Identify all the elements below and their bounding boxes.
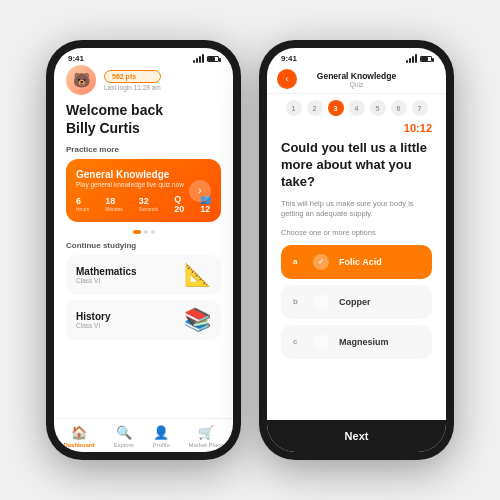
option-a-letter: a xyxy=(293,257,303,266)
option-b-circle xyxy=(313,294,329,310)
nav-profile[interactable]: 👤 Profile xyxy=(153,425,170,448)
phone-2: 9:41 ‹ General Knowledge Quiz xyxy=(259,40,454,460)
timer: 10:12 xyxy=(281,122,432,134)
bottom-nav: 🏠 Dashboard 🔍 Explore 👤 Profile 🛒 Market… xyxy=(54,418,233,452)
status-icons-2 xyxy=(406,54,432,63)
signal-icon-2 xyxy=(406,54,417,63)
option-c[interactable]: c Magnesium xyxy=(281,325,432,359)
option-a[interactable]: a ✓ Folic Acid xyxy=(281,245,432,279)
time-1: 9:41 xyxy=(68,54,84,63)
step-2[interactable]: 2 xyxy=(307,100,323,116)
question-desc: This will help us make sure your body is… xyxy=(281,199,432,220)
practice-label: Practice more xyxy=(66,145,221,154)
option-c-circle xyxy=(313,334,329,350)
battery-icon xyxy=(207,56,219,62)
carousel-dots xyxy=(66,230,221,234)
card-title: General Knowledge xyxy=(76,169,211,180)
history-icon: 📚 xyxy=(184,307,211,333)
orange-card[interactable]: General Knowledge Play general knowledge… xyxy=(66,159,221,222)
step-4[interactable]: 4 xyxy=(349,100,365,116)
subject-card-math[interactable]: Mathematics Class VI 📐 xyxy=(66,255,221,295)
question-text: Could you tell us a little more about wh… xyxy=(281,140,432,191)
back-button[interactable]: ‹ xyxy=(277,69,297,89)
subject-card-history[interactable]: History Class VI 📚 xyxy=(66,300,221,340)
pts-badge: 562 pts xyxy=(104,70,161,83)
continue-label: Continue studying xyxy=(66,241,221,250)
nav-market[interactable]: 🛒 Market Place xyxy=(189,425,224,448)
option-c-letter: c xyxy=(293,337,303,346)
signal-icon xyxy=(193,54,204,63)
nav-explore[interactable]: 🔍 Explore xyxy=(114,425,134,448)
quiz-header: ‹ General Knowledge Quiz xyxy=(267,65,446,94)
last-login: Last login 11:28 am xyxy=(104,84,161,91)
subject-info-math: Mathematics Class VI xyxy=(76,266,137,284)
option-b-letter: b xyxy=(293,297,303,306)
quiz-subtitle: Quiz xyxy=(297,81,416,88)
option-a-text: Folic Acid xyxy=(339,257,382,267)
status-bar-2: 9:41 xyxy=(267,48,446,65)
status-bar-1: 9:41 xyxy=(54,48,233,65)
phone-2-screen: 9:41 ‹ General Knowledge Quiz xyxy=(267,48,446,452)
welcome-title: Welcome back Billy Curtis xyxy=(66,101,221,137)
dot-3 xyxy=(151,230,155,234)
user-row: 🐻 562 pts Last login 11:28 am xyxy=(66,65,221,95)
next-button[interactable]: Next xyxy=(267,420,446,452)
quiz-header-center: General Knowledge Quiz xyxy=(297,71,416,88)
stat-seconds: 32 Seconds xyxy=(139,196,158,212)
user-info: 562 pts Last login 11:28 am xyxy=(104,70,161,91)
option-a-circle: ✓ xyxy=(313,254,329,270)
phone1-main: 🐻 562 pts Last login 11:28 am Welcome ba… xyxy=(54,65,233,418)
dot-1 xyxy=(133,230,141,234)
choose-label: Choose one or more options xyxy=(281,228,432,237)
stat-hours: 6 Hours xyxy=(76,196,89,212)
quiz-steps: 1 2 3 4 5 6 7 xyxy=(267,94,446,122)
avatar: 🐻 xyxy=(66,65,96,95)
math-icon: 📐 xyxy=(184,262,211,288)
step-3[interactable]: 3 xyxy=(328,100,344,116)
stat-minutes: 18 Minutes xyxy=(105,196,123,212)
option-b-text: Copper xyxy=(339,297,371,307)
step-1[interactable]: 1 xyxy=(286,100,302,116)
battery-icon-2 xyxy=(420,56,432,62)
option-c-text: Magnesium xyxy=(339,337,389,347)
nav-dashboard[interactable]: 🏠 Dashboard xyxy=(63,425,94,448)
step-7[interactable]: 7 xyxy=(412,100,428,116)
card-arrow-button[interactable]: › xyxy=(189,180,211,202)
step-5[interactable]: 5 xyxy=(370,100,386,116)
option-b[interactable]: b Copper xyxy=(281,285,432,319)
dot-2 xyxy=(144,230,148,234)
status-icons-1 xyxy=(193,54,219,63)
quiz-body: 10:12 Could you tell us a little more ab… xyxy=(267,122,446,420)
step-6[interactable]: 6 xyxy=(391,100,407,116)
phone-1-screen: 9:41 🐻 562 pts Last login 1 xyxy=(54,48,233,452)
quiz-title: General Knowledge xyxy=(297,71,416,81)
time-2: 9:41 xyxy=(281,54,297,63)
subject-info-history: History Class VI xyxy=(76,311,110,329)
stat-q: Q 20 xyxy=(174,194,184,214)
phone-1: 9:41 🐻 562 pts Last login 1 xyxy=(46,40,241,460)
